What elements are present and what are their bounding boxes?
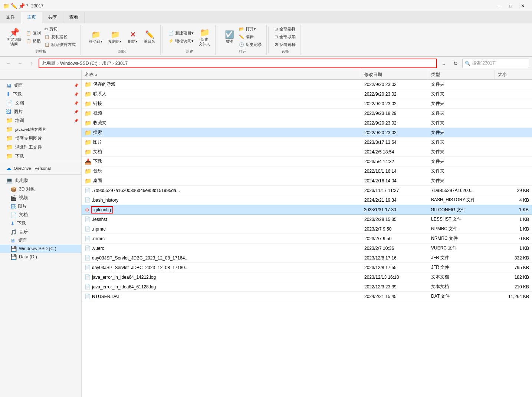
table-row[interactable]: 📄 day03JSP_Servlet_JDBC_2023_12_08_17164…	[82, 253, 532, 263]
col-type[interactable]: 类型	[428, 70, 495, 79]
new-item-btn[interactable]: 📄 新建项目▾	[167, 30, 195, 37]
table-row[interactable]: 📁 桌面 2024/2/16 14:04 文件夹	[82, 176, 532, 186]
file-icon: 📄	[85, 294, 91, 299]
sidebar-item-javaweb[interactable]: 📁 javaweb博客图片	[0, 125, 81, 134]
file-size-cell	[495, 84, 532, 85]
path-drive[interactable]: Windows-SSD (C:)	[60, 61, 98, 66]
easy-access-btn[interactable]: ⚡ 轻松访问▾	[167, 37, 195, 44]
table-row[interactable]: 📁 搜索 2022/9/20 23:02 文件夹	[82, 128, 532, 138]
table-row[interactable]: 📁 链接 2022/9/20 23:02 文件夹	[82, 99, 532, 109]
path-users[interactable]: 用户	[102, 60, 111, 66]
table-row[interactable]: 📁 保存的游戏 2022/9/20 23:02 文件夹	[82, 80, 532, 89]
tab-file[interactable]: 文件	[0, 12, 21, 23]
table-row[interactable]: 📄 java_error_in_idea64_14212.log 2023/12…	[82, 272, 532, 282]
col-date[interactable]: 修改日期	[361, 70, 428, 79]
select-all-btn[interactable]: ⊞ 全部选择	[273, 26, 297, 33]
col-name[interactable]: 名称 ∧	[82, 70, 361, 79]
table-row[interactable]: 📁 图片 2023/3/17 13:54 文件夹	[82, 138, 532, 147]
history-btn[interactable]: 🕒 历史记录	[237, 41, 263, 48]
sidebar-label-ddrive: Data (D:)	[19, 254, 37, 259]
table-row[interactable]: 📄 .npmrc 2023/2/7 9:50 NPMRC 文件 1 KB	[82, 224, 532, 234]
maximize-btn[interactable]: □	[505, 3, 516, 9]
paste-btn[interactable]: 📋 粘贴	[24, 37, 42, 44]
sidebar-item-hubei[interactable]: 📁 湖北理工文件	[0, 143, 81, 152]
paste-shortcut-btn[interactable]: 📋 粘贴快捷方式	[43, 41, 77, 48]
table-row[interactable]: 📁 音乐 2022/10/1 16:14 文件夹	[82, 166, 532, 176]
sidebar-item-pics[interactable]: 🖼 图片 📌	[0, 107, 81, 116]
tab-share[interactable]: 共享	[42, 12, 63, 23]
group-select: ⊞ 全部选择 ⊟ 全部取消 ⊠ 反向选择 选择	[270, 25, 301, 55]
sidebar-item-docs[interactable]: 📄 文档 📌	[0, 99, 81, 107]
file-type-cell: 7D9B55297A16200...	[428, 187, 495, 194]
table-row[interactable]: 📥 下载 2023/5/4 14:32 文件夹	[82, 157, 532, 166]
sidebar-item-onedrive[interactable]: ☁ OneDrive - Personal	[0, 164, 81, 173]
sidebar-item-dl2[interactable]: 📁 下载	[0, 152, 81, 161]
sidebar-item-cdrive[interactable]: 💾 Windows-SSD (C:)	[0, 245, 81, 253]
invert-select-btn[interactable]: ⊠ 反向选择	[273, 41, 297, 48]
sidebar-item-docs2[interactable]: 📄 文档	[0, 211, 81, 219]
table-row[interactable]: 📄 java_error_in_idea64_61128.log 2022/12…	[82, 282, 532, 292]
file-icon: 📁	[85, 110, 92, 117]
table-row[interactable]: 📄 .lesshst 2023/2/28 15:35 LESSHST 文件 1 …	[82, 215, 532, 224]
back-btn[interactable]: ←	[3, 58, 13, 69]
table-row[interactable]: 📁 文档 2024/2/5 18:54 文件夹	[82, 147, 532, 157]
table-row[interactable]: 📄 .bash_history 2024/2/21 19:34 BASH_HIS…	[82, 195, 532, 205]
tab-view[interactable]: 查看	[63, 12, 85, 23]
tab-home[interactable]: 主页	[21, 12, 42, 23]
table-row[interactable]: 📁 视频 2022/9/23 18:29 文件夹	[82, 109, 532, 118]
move-to-btn[interactable]: 📁 移动到 ▾	[87, 29, 105, 46]
table-row[interactable]: ⚙ .gitconfig 2023/1/31 17:30 GITCONFIG 文…	[82, 205, 532, 215]
dropdown-btn[interactable]: ⌄	[439, 58, 449, 69]
up-btn[interactable]: ↑	[27, 58, 37, 69]
sidebar-item-thispc[interactable]: 💻 此电脑	[0, 176, 81, 185]
move-icon: 📁	[91, 30, 101, 39]
sidebar-item-blog[interactable]: 📁 博客专用图片	[0, 134, 81, 143]
table-row[interactable]: 📄 day03JSP_Servlet_JDBC_2023_12_08_17180…	[82, 263, 532, 272]
path-folder[interactable]: 23017	[115, 61, 128, 66]
select-none-btn[interactable]: ⊟ 全部取消	[273, 33, 297, 40]
refresh-btn[interactable]: ↻	[450, 58, 461, 69]
path-computer[interactable]: 此电脑	[42, 60, 56, 66]
edit-btn[interactable]: ✏️ 编辑	[237, 33, 263, 40]
copy-to-btn[interactable]: 📁 复制到 ▾	[106, 29, 124, 46]
close-btn[interactable]: ✕	[516, 3, 529, 9]
sidebar-item-download[interactable]: ⬇ 下载 📌	[0, 90, 81, 99]
file-size-cell: 795 KB	[495, 264, 532, 271]
sidebar-item-video[interactable]: 🎬 视频	[0, 193, 81, 202]
invert-icon: ⊠	[275, 42, 278, 47]
cut-btn[interactable]: ✂ 剪切	[43, 26, 77, 33]
search-box[interactable]: 🔍 搜索"23017"	[462, 59, 529, 68]
copy-btn[interactable]: 📋 复制	[24, 30, 42, 37]
address-path[interactable]: 此电脑 › Windows-SSD (C:) › 用户 › 23017	[39, 59, 437, 68]
sidebar-item-3d[interactable]: 📦 3D 对象	[0, 185, 81, 193]
table-row[interactable]: 📄 .nrmrc 2023/2/7 9:50 NRMRC 文件 0 KB	[82, 234, 532, 244]
minimize-btn[interactable]: ─	[493, 3, 505, 9]
sidebar-item-desktop2[interactable]: 🖥 桌面	[0, 236, 81, 245]
title-dropdown[interactable]: ▾	[26, 3, 28, 9]
table-row[interactable]: 📁 收藏夹 2022/9/20 23:02 文件夹	[82, 118, 532, 128]
pin-to-quick-access-btn[interactable]: 📌 固定到快访问	[4, 26, 24, 48]
new-folder-btn[interactable]: 📁 新建 文件夹	[197, 26, 212, 48]
forward-btn[interactable]: →	[15, 58, 25, 69]
col-size[interactable]: 大小	[495, 70, 532, 79]
table-row[interactable]: 📄 .vuerc 2023/2/7 10:36 VUERC 文件 1 KB	[82, 244, 532, 253]
file-date-cell: 2023/5/4 14:32	[361, 158, 428, 165]
properties-btn[interactable]: ☑️ 属性	[222, 29, 237, 46]
open-btn[interactable]: 📂 打开▾	[237, 26, 263, 33]
sidebar-item-music[interactable]: 🎵 音乐	[0, 228, 81, 236]
sidebar-item-ddrive[interactable]: 💾 Data (D:)	[0, 253, 81, 261]
rename-btn[interactable]: ✏️ 重命名	[142, 29, 157, 46]
file-size-cell	[495, 142, 532, 143]
sidebar-item-desktop[interactable]: 🖥 桌面 📌	[0, 81, 81, 90]
file-name: day03JSP_Servlet_JDBC_2023_12_08_17164..…	[92, 255, 188, 261]
pic2-icon: 🖼	[10, 204, 16, 209]
delete-btn[interactable]: ✕ 删除 ▾	[125, 29, 140, 46]
sidebar-item-pic2[interactable]: 🖼 图片	[0, 202, 81, 211]
table-row[interactable]: 📄 .7d9b55297a162003a6d46e85fb151995da...…	[82, 186, 532, 195]
sidebar-item-training[interactable]: 📁 培训 📌	[0, 116, 81, 125]
table-row[interactable]: 📄 NTUSER.DAT 2024/2/21 15:45 DAT 文件 11,2…	[82, 292, 532, 301]
table-row[interactable]: 📁 联系人 2022/9/20 23:02 文件夹	[82, 89, 532, 99]
sidebar-item-dl3[interactable]: ⬇ 下载	[0, 219, 81, 228]
copy-path-btn[interactable]: 📋 复制路径	[43, 33, 77, 40]
file-size-cell: 0 KB	[495, 235, 532, 242]
